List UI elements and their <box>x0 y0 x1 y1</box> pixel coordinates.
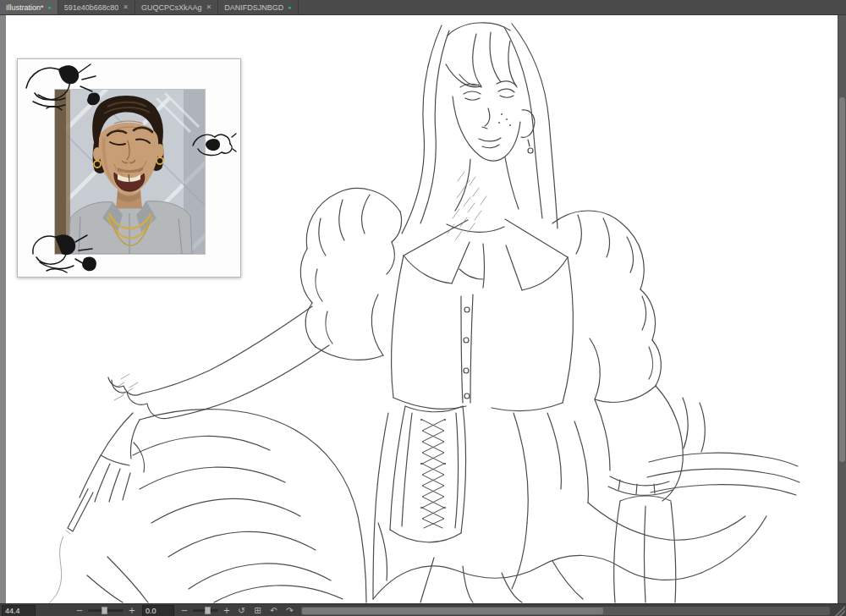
reference-image-window[interactable] <box>17 58 241 278</box>
workspace <box>0 15 846 603</box>
rotate-ccw-button[interactable]: − <box>179 605 190 616</box>
rotation-slider[interactable] <box>193 609 218 612</box>
zoom-slider-thumb[interactable] <box>102 607 107 614</box>
resize-grip[interactable] <box>835 606 845 616</box>
vertical-scrollbar-thumb[interactable] <box>839 97 845 462</box>
rotation-slider-thumb[interactable] <box>205 607 211 614</box>
vertical-scrollbar[interactable] <box>838 15 846 603</box>
tab-document-4[interactable]: DANIFDSJNBGD ● <box>218 0 298 14</box>
tab-illustration[interactable]: Illustration* ● <box>0 0 58 14</box>
rotate-reset-icon[interactable]: ↺ <box>235 604 248 616</box>
canvas-left-gutter <box>0 15 6 603</box>
ink-doodle-1 <box>21 58 102 113</box>
horizontal-scrollbar[interactable] <box>301 607 830 615</box>
document-tabbar: Illustration* ● 591e40b668c80 ✕ GUQCPCsX… <box>0 0 846 15</box>
tab-document-2[interactable]: 591e40b668c80 ✕ <box>58 0 135 14</box>
close-icon[interactable]: ✕ <box>123 4 129 11</box>
tab-label: GUQCPCsXkAAg <box>141 3 202 12</box>
close-icon[interactable]: ✕ <box>206 4 212 11</box>
ink-doodle-2 <box>190 129 237 159</box>
zoom-value[interactable]: 44.4 <box>2 605 36 616</box>
zoom-slider[interactable] <box>88 609 124 612</box>
tab-label: DANIFDSJNBGD <box>224 3 283 12</box>
unsaved-dot-icon: ● <box>288 4 291 10</box>
undo-icon[interactable]: ↶ <box>267 604 280 616</box>
tab-document-3[interactable]: GUQCPCsXkAAg ✕ <box>135 0 218 14</box>
zoom-out-button[interactable]: − <box>74 605 85 616</box>
tab-label: Illustration* <box>6 3 44 12</box>
status-bar: 44.4 − + 0.0 − + ↺ ⊞ ↶ ↷ <box>0 603 846 616</box>
redo-icon[interactable]: ↷ <box>283 604 296 616</box>
ink-doodle-3 <box>26 228 100 277</box>
tab-label: 591e40b668c80 <box>64 3 119 12</box>
zoom-in-button[interactable]: + <box>127 605 137 616</box>
rotation-value[interactable]: 0.0 <box>142 605 174 616</box>
drawing-canvas[interactable] <box>6 15 838 603</box>
rotate-cw-button[interactable]: + <box>222 605 232 616</box>
unsaved-dot-icon: ● <box>48 4 52 10</box>
horizontal-scrollbar-thumb[interactable] <box>302 608 603 614</box>
fit-screen-icon[interactable]: ⊞ <box>251 604 264 616</box>
